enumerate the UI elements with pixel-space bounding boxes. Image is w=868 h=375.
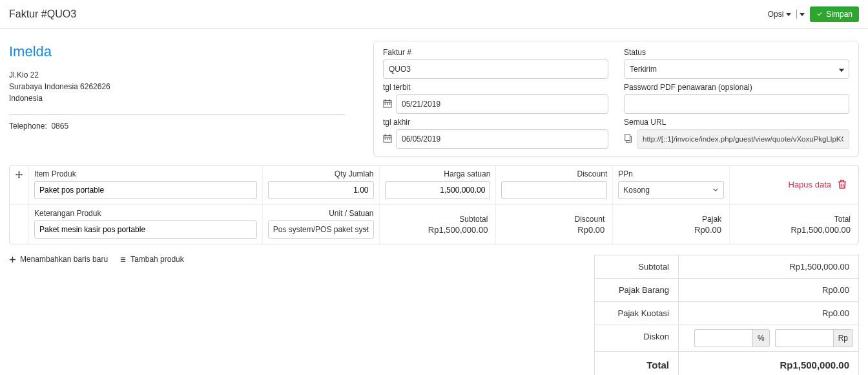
status-select[interactable] [624,59,849,79]
faktur-input[interactable] [383,59,608,79]
totals-total-value: Rp1,500,000.00 [679,352,858,375]
pwd-label: Password PDF penawaran (opsional) [624,83,849,92]
qty-input[interactable] [268,181,374,199]
add-row-button[interactable]: Menambahkan baris baru [9,255,108,264]
discount-input[interactable] [501,181,607,199]
svg-rect-5 [387,103,388,105]
add-product-button[interactable]: Tambah produk [119,255,184,264]
url-label: Semua URL [624,118,849,127]
discount-label: Discount [501,169,607,178]
copy-icon[interactable] [624,134,633,145]
options-dropdown[interactable]: Opsi [768,10,805,19]
akhir-label: tgl akhir [383,118,608,127]
customer-name-link[interactable]: Imelda [9,43,358,60]
calendar-icon[interactable] [383,134,392,145]
totals-pajak-kuotasi-value: Rp0.00 [679,302,858,325]
save-button[interactable]: Simpan [810,6,859,22]
options-label: Opsi [768,10,784,19]
harga-label: Harga satuan [385,169,491,178]
akhir-input[interactable] [396,129,608,149]
totals-pajak-barang-value: Rp0.00 [679,279,858,301]
totals-pajak-barang-label: Pajak Barang [595,279,679,301]
diskon-percent-group: % [694,329,770,347]
page-header: Faktur #QUO3 Opsi Simpan [0,0,868,29]
page-title: Faktur #QUO3 [9,8,76,20]
invoice-meta-panel: Faktur # tgl terbit tgl akhir Status [373,41,859,157]
terbit-input[interactable] [396,94,608,114]
svg-rect-6 [389,103,391,105]
status-label: Status [624,48,849,57]
svg-rect-11 [385,138,386,140]
svg-rect-2 [385,99,386,101]
delete-row-button[interactable]: Hapus data [789,178,849,190]
rp-suffix: Rp [833,329,853,347]
item-input[interactable] [34,181,257,199]
totals-subtotal-label: Subtotal [595,255,679,278]
harga-input[interactable] [385,181,491,199]
chevron-down-icon [800,13,805,16]
diskon-percent-input[interactable] [694,329,752,347]
keterangan-input[interactable] [34,220,257,239]
chevron-down-icon [786,13,791,16]
check-icon [816,11,823,17]
pwd-input[interactable] [624,94,849,114]
items-table: Item Produk Qty Jumlah Harga satuan Disc… [9,165,859,244]
line-discount: Discount Rp0.00 [496,205,613,244]
ppn-label: PPn [618,169,724,178]
plus-icon [9,256,16,263]
header-actions: Opsi Simpan [768,6,859,22]
move-icon [15,171,23,180]
customer-panel: Imelda Jl.Kio 22 Surabaya Indonesia 6262… [9,41,358,157]
percent-suffix: % [752,329,770,347]
customer-address: Jl.Kio 22 Surabaya Indonesia 6262626 Ind… [9,69,358,104]
customer-phone: Telephone: 0865 [9,122,358,131]
line-tax: Pajak Rp0.00 [613,205,730,244]
unit-label: Unit / Satuan [268,209,374,218]
divider [9,114,345,115]
totals-diskon-label: Diskon [595,325,679,351]
terbit-label: tgl terbit [383,83,608,92]
line-subtotal: Subtotal Rp1,500,000.00 [380,205,497,244]
drag-handle[interactable] [10,166,29,204]
faktur-label: Faktur # [383,48,608,57]
calendar-icon[interactable] [383,99,392,110]
list-icon [119,256,127,263]
totals-total-label: Total [595,352,679,375]
ppn-select[interactable] [618,181,724,199]
svg-rect-9 [385,134,386,136]
diskon-amount-input[interactable] [775,329,833,347]
svg-rect-4 [385,103,386,105]
totals-subtotal-value: Rp1,500,000.00 [679,255,858,278]
svg-rect-10 [389,134,391,136]
trash-icon [836,178,848,190]
qty-label: Qty Jumlah [268,169,374,178]
url-input[interactable] [637,129,849,149]
keterangan-label: Keterangan Produk [34,209,257,218]
svg-rect-13 [389,138,391,140]
svg-rect-15 [625,134,630,140]
svg-rect-3 [389,99,391,101]
line-total: Total Rp1,500,000.00 [730,205,858,244]
totals-pajak-kuotasi-label: Pajak Kuotasi [595,302,679,325]
item-label: Item Produk [34,169,257,178]
svg-rect-12 [387,138,388,140]
unit-select[interactable] [268,220,374,239]
diskon-amount-group: Rp [775,329,853,347]
totals-table: Subtotal Rp1,500,000.00 Pajak Barang Rp0… [594,255,859,375]
